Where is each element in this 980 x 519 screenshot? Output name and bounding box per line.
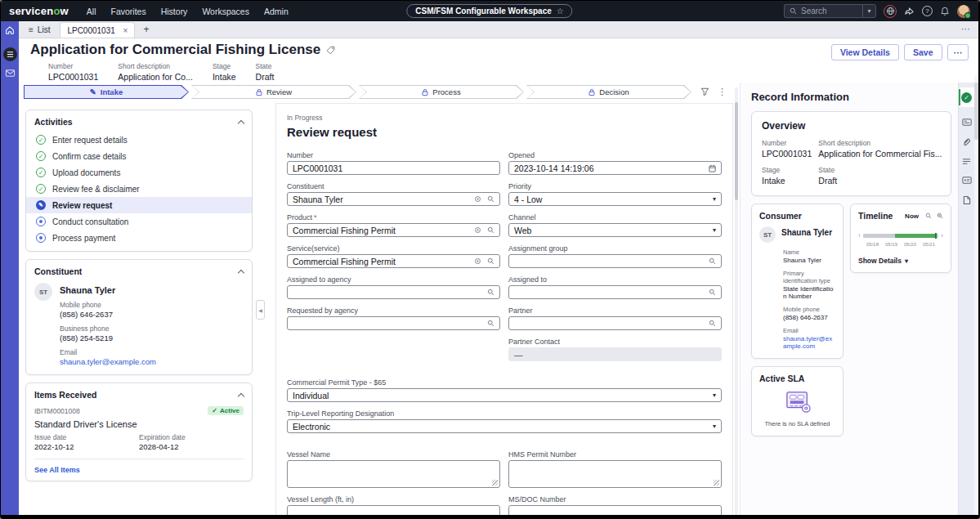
service-input[interactable]: Commercial Fishing Permit	[287, 254, 500, 268]
nav-workspaces[interactable]: Workspaces	[202, 7, 249, 16]
scrollbar-thumb[interactable]	[735, 102, 738, 200]
global-search-input[interactable]: Search	[784, 4, 862, 18]
stage-progress-bar: ✎Intake Review Process Decision ⋮	[24, 85, 727, 99]
search-icon[interactable]	[709, 289, 716, 296]
page-scrollbar[interactable]	[974, 76, 978, 515]
hms-permit-textarea[interactable]	[508, 460, 722, 488]
constituent-input[interactable]: Shauna Tyler	[287, 192, 500, 206]
collapse-chevron-icon[interactable]	[238, 269, 244, 275]
help-icon[interactable]: ?	[922, 6, 933, 16]
record-preview-icon[interactable]	[474, 257, 481, 265]
stage-intake[interactable]: ✎Intake	[24, 85, 189, 99]
activities-tool-active[interactable]: ✓	[959, 87, 975, 107]
see-all-items-link[interactable]: See All Items	[34, 459, 244, 474]
zoom-in-icon[interactable]	[937, 213, 943, 219]
search-icon[interactable]	[487, 289, 494, 296]
timeline-track[interactable]	[863, 234, 938, 238]
activity-item[interactable]: ✓Confirm case details	[34, 148, 244, 164]
globe-icon	[886, 7, 895, 16]
compose-tool[interactable]	[962, 158, 971, 165]
number-input[interactable]: LPC0001031	[287, 161, 500, 175]
menu-toggle-button[interactable]	[3, 47, 17, 61]
collapse-chevron-icon[interactable]	[238, 119, 244, 126]
home-button[interactable]	[1, 21, 19, 38]
attachments-tool[interactable]	[962, 137, 971, 147]
assigned-to-input[interactable]	[508, 285, 722, 299]
activity-item[interactable]: Process payment	[34, 230, 244, 246]
search-icon[interactable]	[487, 257, 494, 265]
zoom-out-icon[interactable]	[925, 213, 932, 219]
priority-select[interactable]: 4 - Low▾	[508, 192, 722, 206]
record-preview-icon[interactable]	[474, 226, 481, 234]
connect-chat-icon[interactable]	[904, 6, 915, 16]
trip-level-select[interactable]: Electronic▾	[287, 419, 722, 433]
view-details-button[interactable]: View Details	[831, 44, 899, 60]
filter-funnel-icon[interactable]	[700, 87, 709, 96]
document-tool[interactable]	[963, 195, 971, 205]
tab-overflow-button[interactable]: ⋯	[961, 24, 970, 34]
timeline-prev-icon[interactable]: ‹	[858, 231, 861, 239]
stage-review[interactable]: Review	[191, 85, 356, 99]
partner-input[interactable]	[508, 316, 722, 330]
close-tab-icon[interactable]: ×	[123, 26, 128, 35]
record-tab[interactable]: LPC0001031 ×	[60, 22, 135, 38]
search-icon[interactable]	[487, 195, 494, 203]
assigned-to-agency-input[interactable]	[287, 285, 500, 299]
activity-item-current[interactable]: ✎Review request	[26, 197, 252, 213]
favorite-star-icon[interactable]: ☆	[557, 7, 564, 16]
new-tab-button[interactable]: +	[135, 21, 157, 38]
show-details-toggle[interactable]: Show Details ▾	[858, 257, 943, 265]
activity-item[interactable]: Conduct consultation	[34, 213, 244, 230]
stage-process[interactable]: Process	[359, 85, 524, 99]
consumer-email-link[interactable]: shauna.tyler@example.com	[783, 335, 835, 350]
notifications-bell-icon[interactable]	[940, 6, 950, 16]
msdoc-number-textarea[interactable]	[508, 505, 722, 515]
more-actions-button[interactable]: ⋯	[947, 44, 969, 60]
impersonation-globe-icon[interactable]	[884, 5, 897, 18]
servicenow-logo[interactable]: servicenow	[9, 5, 69, 17]
sla-empty-illustration	[782, 390, 813, 414]
list-tab[interactable]: ≡ List	[19, 21, 60, 38]
email-link[interactable]: shauna.tyler@example.com	[60, 357, 156, 366]
stage-kebab-menu[interactable]: ⋮	[718, 87, 727, 97]
requested-by-agency-input[interactable]	[287, 316, 500, 330]
nav-history[interactable]: History	[161, 7, 188, 16]
vessel-name-textarea[interactable]	[287, 460, 500, 488]
stage-decision[interactable]: Decision	[526, 85, 691, 99]
activity-stream-tool[interactable]	[962, 176, 972, 185]
timeline-now-label: Now	[905, 213, 919, 220]
activity-item[interactable]: ✓Review fee & disclaimer	[34, 181, 244, 197]
check-circle-icon: ✓	[961, 92, 972, 103]
activity-item[interactable]: ✓Enter request details	[34, 132, 244, 148]
calendar-icon[interactable]	[709, 164, 716, 172]
activity-item[interactable]: ✓Upload documents	[34, 164, 244, 181]
user-avatar[interactable]	[957, 5, 970, 18]
panel-collapse-handle[interactable]: ◀	[256, 300, 265, 320]
screen-icon	[962, 176, 972, 185]
permit-type-select[interactable]: Individual▾	[287, 388, 722, 402]
search-icon[interactable]	[487, 320, 494, 327]
collapse-chevron-icon[interactable]	[238, 392, 244, 399]
search-icon[interactable]	[709, 320, 716, 327]
timeline-next-icon[interactable]: ›	[941, 231, 943, 239]
requests-inbox-button[interactable]	[3, 68, 17, 78]
vessel-length-textarea[interactable]	[287, 505, 500, 515]
assignment-group-input[interactable]	[508, 254, 722, 268]
scrollbar-thumb[interactable]	[974, 83, 978, 140]
lines-icon	[962, 158, 971, 165]
search-scope-dropdown[interactable]: ▾	[862, 4, 876, 18]
nav-admin[interactable]: Admin	[264, 7, 289, 16]
search-icon[interactable]	[709, 257, 716, 265]
form-scrollbar[interactable]	[735, 87, 738, 515]
opened-date-input[interactable]: 2023-10-14 14:19:06	[508, 161, 722, 175]
details-tool[interactable]	[962, 118, 972, 127]
workspace-title-pill[interactable]: CSM/FSM Configurable Workspace ☆	[406, 4, 572, 18]
record-preview-icon[interactable]	[474, 195, 481, 203]
tag-icon[interactable]	[326, 46, 335, 55]
channel-select[interactable]: Web▾	[508, 223, 722, 237]
nav-all[interactable]: All	[87, 7, 96, 16]
save-button[interactable]: Save	[904, 44, 942, 60]
product-input[interactable]: Commercial Fishing Permit	[287, 223, 500, 237]
search-icon[interactable]	[487, 226, 494, 234]
nav-favorites[interactable]: Favorites	[111, 7, 146, 16]
